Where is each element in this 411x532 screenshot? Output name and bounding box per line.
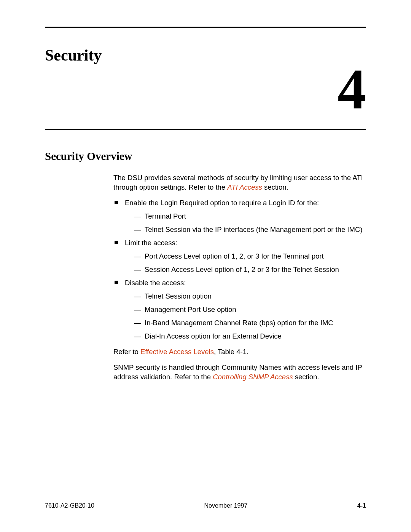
snmp-after: section. [293, 373, 319, 381]
bullet-lead: Disable the access: [125, 279, 186, 287]
snmp-paragraph: SNMP security is handled through Communi… [113, 363, 366, 382]
intro-text-after: section. [262, 183, 288, 191]
dash-item: Dial-In Access option for an External De… [125, 332, 366, 341]
dash-item: In-Band Management Channel Rate (bps) op… [125, 318, 366, 328]
footer-date: November 1997 [204, 502, 247, 509]
dash-item: Telnet Session via the IP interfaces (th… [125, 225, 366, 235]
dash-item: Terminal Port [125, 212, 366, 221]
body-text: The DSU provides several methods of secu… [113, 173, 366, 382]
bullet-lead: Enable the Login Required option to requ… [125, 199, 319, 207]
refer-paragraph: Refer to Effective Access Levels, Table … [113, 347, 366, 357]
intro-paragraph: The DSU provides several methods of secu… [113, 173, 366, 192]
ati-access-link[interactable]: ATI Access [227, 183, 262, 191]
bullet-lead: Limit the access: [125, 239, 177, 247]
page-footer: 7610-A2-GB20-10 November 1997 4-1 [45, 502, 366, 509]
footer-page-number: 4-1 [357, 502, 366, 509]
dash-item: Session Access Level option of 1, 2 or 3… [125, 265, 366, 275]
mid-rule [45, 129, 366, 130]
list-item: Disable the access: Telnet Session optio… [113, 278, 366, 341]
effective-access-levels-link[interactable]: Effective Access Levels [140, 348, 214, 356]
dash-list: Terminal Port Telnet Session via the IP … [125, 212, 366, 235]
dash-list: Port Access Level option of 1, 2, or 3 f… [125, 252, 366, 275]
page-content: Security 4 Security Overview The DSU pro… [0, 0, 411, 411]
refer-before: Refer to [113, 348, 140, 356]
dash-list: Telnet Session option Management Port Us… [125, 292, 366, 341]
dash-item: Telnet Session option [125, 292, 366, 301]
refer-after: , Table 4-1. [214, 348, 249, 356]
dash-item: Management Port Use option [125, 305, 366, 315]
dash-item: Port Access Level option of 1, 2, or 3 f… [125, 252, 366, 261]
chapter-number: 4 [45, 61, 366, 118]
section-title: Security Overview [45, 150, 366, 163]
bullet-list: Enable the Login Required option to requ… [113, 198, 366, 341]
list-item: Enable the Login Required option to requ… [113, 198, 366, 235]
top-rule [45, 27, 366, 28]
list-item: Limit the access: Port Access Level opti… [113, 238, 366, 275]
footer-docid: 7610-A2-GB20-10 [45, 502, 94, 509]
controlling-snmp-access-link[interactable]: Controlling SNMP Access [213, 373, 293, 381]
